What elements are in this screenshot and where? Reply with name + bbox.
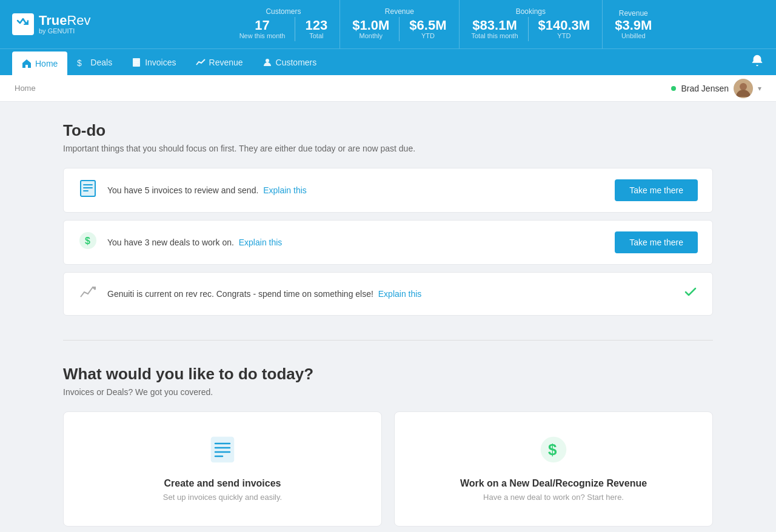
action-section: What would you like to do today? Invoice… <box>63 365 713 527</box>
user-area: Brad Jensen ▾ <box>671 79 761 98</box>
customers-group-label: Customers <box>239 7 328 16</box>
take-me-deals-button[interactable]: Take me there <box>615 231 698 253</box>
stat-group-revenue2: Revenue $3.9M Unbilled <box>602 0 664 48</box>
bookings-ytd-value: $140.3M <box>538 19 590 32</box>
user-online-indicator <box>671 86 676 91</box>
take-me-invoices-button[interactable]: Take me there <box>615 179 698 201</box>
nav-deals[interactable]: $ Deals <box>67 49 122 76</box>
brand-name: TrueRev <box>39 14 91 27</box>
todo-section: To-do Important things that you should f… <box>63 121 713 316</box>
action-invoice-sub: Set up invoices quickly and easily. <box>163 493 282 502</box>
action-card-invoices[interactable]: Create and send invoices Set up invoices… <box>63 411 382 527</box>
customers-total-sub: Total <box>305 32 327 39</box>
todo-item-invoices: You have 5 invoices to review and send. … <box>63 168 713 213</box>
action-subtitle: Invoices or Deals? We got you covered. <box>63 387 713 397</box>
revenue-ytd-sub: YTD <box>409 32 446 39</box>
nav-invoices[interactable]: Invoices <box>122 49 186 76</box>
explain-invoices-link[interactable]: Explain this <box>263 185 307 195</box>
customers-total-value: 123 <box>305 19 327 32</box>
bookings-ytd-sub: YTD <box>538 32 590 39</box>
todo-deals-text: You have 3 new deals to work on. Explain… <box>107 238 605 247</box>
customers-new-sub: New this month <box>239 32 286 39</box>
revenue-monthly-sub: Monthly <box>352 32 389 39</box>
action-invoice-title: Create and send invoices <box>164 478 281 489</box>
revenue2-sub: Unbilled <box>615 32 652 39</box>
explain-revenue-link[interactable]: Explain this <box>378 289 422 299</box>
logo-icon <box>12 13 34 35</box>
bookings-monthly-value: $83.1M <box>472 19 518 32</box>
logo-text: TrueRev by GENUITI <box>39 14 91 35</box>
brand-sub: by GENUITI <box>39 27 91 35</box>
breadcrumb-bar: Home Brad Jensen ▾ <box>0 75 776 102</box>
stat-group-bookings: Bookings $83.1M Total this month $140.3M… <box>459 0 603 48</box>
action-deals-icon: $ <box>540 436 567 468</box>
nav-customers[interactable]: Customers <box>253 49 327 76</box>
invoice-icon <box>78 180 98 201</box>
deals-icon: $ <box>78 232 98 253</box>
stat-group-customers: Customers 17 New this month 123 Total <box>227 0 340 48</box>
top-header: TrueRev by GENUITI Customers 17 New this… <box>0 0 776 48</box>
todo-revenue-text: Genuiti is current on rev rec. Congrats … <box>107 289 674 299</box>
revenue-ytd-value: $6.5M <box>409 19 446 32</box>
explain-deals-link[interactable]: Explain this <box>239 238 283 247</box>
todo-item-deals: $ You have 3 new deals to work on. Expla… <box>63 220 713 265</box>
completed-check-icon <box>683 285 698 303</box>
avatar[interactable] <box>734 79 753 98</box>
action-deals-sub: Have a new deal to work on? Start here. <box>483 493 624 502</box>
user-name: Brad Jensen <box>681 84 729 93</box>
action-cards: Create and send invoices Set up invoices… <box>63 411 713 527</box>
revenue2-group-label: Revenue <box>615 9 652 18</box>
notifications-bell[interactable] <box>751 54 764 70</box>
action-title: What would you like to do today? <box>63 365 713 384</box>
svg-text:$: $ <box>77 58 82 67</box>
section-divider <box>63 340 713 341</box>
bookings-group-label: Bookings <box>472 7 590 16</box>
nav-home[interactable]: Home <box>12 52 67 76</box>
logo-area: TrueRev by GENUITI <box>12 0 109 48</box>
bookings-monthly-sub: Total this month <box>472 32 518 39</box>
action-deals-title: Work on a New Deal/Recognize Revenue <box>460 478 647 489</box>
svg-text:$: $ <box>548 441 557 459</box>
svg-rect-15 <box>212 437 233 462</box>
user-chevron-icon[interactable]: ▾ <box>758 84 761 93</box>
nav-revenue[interactable]: Revenue <box>186 49 253 76</box>
stat-group-revenue: Revenue $1.0M Monthly $6.5M YTD <box>340 0 458 48</box>
customers-new-value: 17 <box>239 19 286 32</box>
todo-subtitle: Important things that you should focus o… <box>63 144 713 153</box>
main-content: To-do Important things that you should f… <box>24 102 752 532</box>
nav-bar: Home $ Deals Invoices Revenue Customers <box>0 48 776 75</box>
revenue-group-label: Revenue <box>352 7 446 16</box>
action-invoice-icon <box>209 436 236 468</box>
revenue-monthly-value: $1.0M <box>352 19 389 32</box>
todo-invoices-text: You have 5 invoices to review and send. … <box>107 185 605 195</box>
action-card-deals[interactable]: $ Work on a New Deal/Recognize Revenue H… <box>394 411 713 527</box>
stats-area: Customers 17 New this month 123 Total Re… <box>127 0 764 48</box>
todo-title: To-do <box>63 121 713 140</box>
revenue-icon <box>78 284 98 304</box>
svg-point-7 <box>740 83 747 90</box>
svg-point-5 <box>266 59 269 62</box>
breadcrumb: Home <box>15 84 36 93</box>
svg-text:$: $ <box>85 236 90 246</box>
revenue2-value: $3.9M <box>615 19 652 32</box>
todo-item-revenue: Genuiti is current on rev rec. Congrats … <box>63 272 713 316</box>
